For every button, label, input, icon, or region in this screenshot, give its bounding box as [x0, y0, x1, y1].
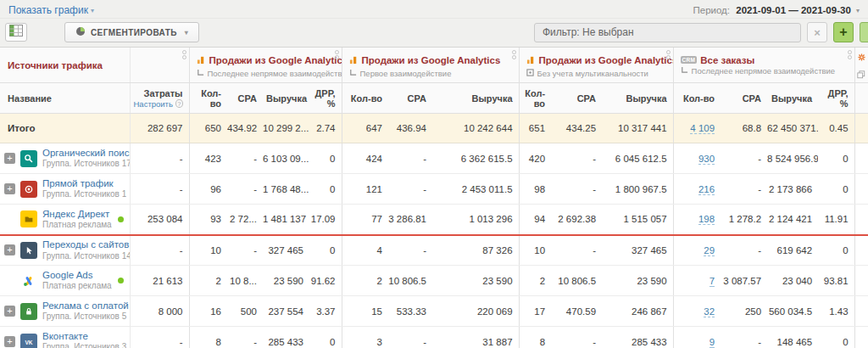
- sources-title: Источники трафика: [0, 60, 130, 70]
- cell-revenue: 23 040: [767, 266, 818, 296]
- source-name-link[interactable]: Яндекс Директ: [42, 209, 112, 220]
- column-header-qty[interactable]: Кол-во: [519, 83, 551, 114]
- cell-revenue: 10 242 644: [432, 114, 519, 143]
- show-chart-link[interactable]: Показать график▾: [8, 4, 94, 16]
- source-sublabel: Группа. Источников 3: [42, 342, 126, 348]
- settings-gear-icon[interactable]: [858, 49, 865, 65]
- orders-count-link[interactable]: 32: [704, 306, 715, 317]
- gear-icon[interactable]: [512, 50, 516, 59]
- cell-revenue: 1 800 967.5: [602, 174, 673, 205]
- site-referrals-icon: [20, 242, 37, 259]
- orders-count-link[interactable]: 198: [698, 214, 715, 225]
- cell-revenue: 23 590: [263, 266, 309, 296]
- help-icon[interactable]: ?: [175, 99, 183, 108]
- configure-link[interactable]: Настроить: [134, 99, 173, 109]
- costs-group-cell: [130, 48, 189, 83]
- cell-revenue: 327 465: [602, 235, 673, 266]
- column-header-name[interactable]: Название: [0, 83, 130, 114]
- orders-count-link[interactable]: 4 109: [690, 123, 715, 134]
- column-header-revenue[interactable]: Выручка: [263, 83, 309, 114]
- cell-qty: 15: [342, 296, 388, 327]
- filter-add-button[interactable]: +: [833, 22, 854, 42]
- period-value: 2021-09-01 — 2021-09-30: [736, 5, 851, 15]
- orders-count-link[interactable]: 7: [709, 276, 715, 287]
- cell-revenue: 62 450 371.71: [767, 114, 818, 143]
- table-view-button[interactable]: [5, 23, 27, 42]
- cell-cpa: 434.25: [551, 114, 602, 143]
- gear-icon[interactable]: [848, 50, 852, 59]
- orders-count-link[interactable]: 29: [704, 245, 715, 256]
- cell-cpa: -: [721, 143, 767, 174]
- expand-button[interactable]: +: [4, 336, 15, 347]
- bar-chart-icon: [526, 53, 536, 68]
- cell-qty: 77: [342, 205, 388, 235]
- source-name-link[interactable]: Органический поиск: [42, 148, 130, 159]
- chevron-down-icon: ▾: [185, 29, 188, 36]
- column-header-cpa[interactable]: CPA: [721, 83, 767, 114]
- period-selector[interactable]: Период: 2021-09-01 — 2021-09-30 ▾: [693, 5, 860, 15]
- side-tools-cell: [854, 296, 868, 327]
- orders-count-link[interactable]: 216: [698, 184, 715, 195]
- bar-chart-icon: [349, 53, 359, 68]
- cell-qty: 94: [519, 205, 551, 235]
- column-header-revenue[interactable]: Выручка: [602, 83, 673, 114]
- cell-qty: 4: [342, 235, 388, 266]
- column-header-revenue[interactable]: Выручка: [432, 83, 519, 114]
- source-name-cell: + Органический поиск Группа. Источников …: [0, 143, 130, 174]
- column-header-qty[interactable]: Кол-во: [673, 83, 721, 114]
- column-header-drr[interactable]: ДРР, %: [309, 83, 342, 114]
- filter-clear-button[interactable]: ×: [807, 22, 827, 42]
- column-header-costs[interactable]: Затраты Настроить?: [130, 83, 189, 114]
- expand-button[interactable]: +: [4, 306, 15, 317]
- gear-icon[interactable]: [182, 50, 186, 59]
- column-header-revenue[interactable]: Выручка: [767, 83, 818, 114]
- group-subtitle: Первое взаимодействие: [360, 69, 452, 78]
- expand-button[interactable]: +: [4, 183, 15, 194]
- cell-cpa: -: [551, 235, 602, 266]
- gear-icon[interactable]: [335, 50, 339, 59]
- orders-count-link[interactable]: 930: [698, 154, 715, 165]
- cell-qty: 8: [519, 327, 551, 348]
- copy-icon[interactable]: [857, 67, 865, 82]
- source-name-link[interactable]: Google Ads: [42, 270, 112, 281]
- source-sublabel: Платная реклама: [42, 281, 112, 291]
- column-header-cpa[interactable]: CPA: [551, 83, 602, 114]
- crm-badge: CRM: [681, 56, 698, 64]
- column-header-cpa[interactable]: CPA: [227, 83, 263, 114]
- expand-button[interactable]: +: [4, 153, 15, 164]
- segment-button[interactable]: СЕГМЕНТИРОВАТЬ ▾: [64, 22, 199, 42]
- column-header-cpa[interactable]: CPA: [388, 83, 432, 114]
- active-indicator-dot: [118, 216, 124, 222]
- cell-cpa: -: [388, 174, 432, 205]
- cell-qty: 420: [519, 143, 551, 174]
- cell-revenue: 10 299 2...: [263, 114, 309, 143]
- source-name-link[interactable]: Реклама с оплатой за клик: [42, 300, 130, 312]
- cell-cpa: -: [721, 235, 767, 266]
- source-sublabel: Группа. Источников 1: [42, 189, 126, 199]
- column-header-qty[interactable]: Кол-во: [189, 83, 227, 114]
- cell-cpa: 2 692.38: [551, 205, 602, 235]
- source-name-link[interactable]: Переходы с сайтов: [42, 239, 130, 250]
- cutoff-button[interactable]: [860, 22, 868, 42]
- orders-count-link[interactable]: 9: [709, 337, 715, 348]
- cell-drr: 0: [818, 235, 854, 266]
- cell-drr: 11.91: [818, 205, 854, 235]
- source-sublabel: Платная реклама: [42, 220, 112, 230]
- filter-input[interactable]: [534, 23, 801, 42]
- table-body: Итого 282 697 650 434.92 10 299 2... 2.7…: [0, 114, 868, 348]
- group-title: Продажи из Google Analytics: [362, 55, 501, 65]
- cell-revenue: 1 515 057: [602, 205, 673, 235]
- cell-revenue: 23 590: [602, 266, 673, 296]
- cell-costs: 21 613: [130, 266, 189, 296]
- segment-pie-icon: [75, 26, 86, 38]
- cell-drr: 0: [818, 143, 854, 174]
- source-name-cell: + VK Вконтакте Группа. Источников 3: [0, 327, 130, 348]
- expand-button[interactable]: +: [4, 244, 15, 255]
- gear-icon[interactable]: [666, 50, 670, 59]
- source-name-link[interactable]: Прямой трафик: [42, 178, 126, 189]
- cell-revenue: 31 887: [432, 327, 519, 348]
- source-name-link[interactable]: Вконтакте: [42, 331, 126, 342]
- cell-cpa: -: [227, 143, 263, 174]
- column-header-qty[interactable]: Кол-во: [342, 83, 388, 114]
- column-header-drr[interactable]: ДРР, %: [818, 83, 854, 114]
